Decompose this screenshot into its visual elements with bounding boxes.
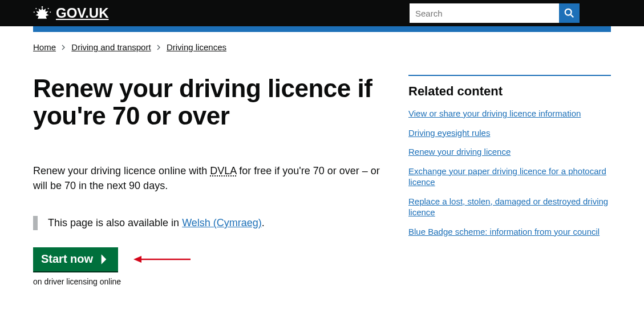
sidebar: Related content View or share your drivi… <box>408 75 611 286</box>
related-link[interactable]: Replace a lost, stolen, damaged or destr… <box>408 196 608 218</box>
related-link[interactable]: Renew your driving licence <box>408 147 511 157</box>
breadcrumb-link-driving-transport[interactable]: Driving and transport <box>71 42 151 52</box>
main-column: Renew your driving licence if you're 70 … <box>33 75 386 286</box>
breadcrumb-link-home[interactable]: Home <box>33 42 56 52</box>
start-now-button[interactable]: Start now <box>33 247 118 271</box>
related-list: View or share your driving licence infor… <box>408 108 611 237</box>
list-item: Exchange your paper driving licence for … <box>408 166 611 188</box>
breadcrumb-link-driving-licences[interactable]: Driving licences <box>167 42 226 52</box>
related-content-heading: Related content <box>408 75 611 99</box>
list-item: Driving eyesight rules <box>408 127 611 139</box>
annotation-arrow <box>133 254 191 267</box>
svg-marker-8 <box>133 256 141 263</box>
chevron-right-icon <box>96 252 111 267</box>
start-subtext: on driver licensing online <box>33 277 386 286</box>
inset-text: This page is also available in Welsh (Cy… <box>33 216 386 230</box>
start-now-label: Start now <box>41 252 93 266</box>
logo-text: GOV.UK <box>56 5 108 21</box>
list-item: Renew your driving licence <box>408 146 611 158</box>
svg-point-0 <box>42 6 43 8</box>
page-title: Renew your driving licence if you're 70 … <box>33 75 386 130</box>
related-link[interactable]: Exchange your paper driving licence for … <box>408 166 606 187</box>
svg-point-2 <box>48 8 49 9</box>
intro-paragraph: Renew your driving licence online with D… <box>33 163 386 193</box>
svg-point-3 <box>34 11 35 13</box>
svg-point-4 <box>50 11 51 13</box>
related-link[interactable]: Blue Badge scheme: information from your… <box>408 227 600 236</box>
govuk-logo-link[interactable]: GOV.UK <box>33 5 108 21</box>
chevron-right-icon <box>157 42 161 52</box>
abbr-dvla: DVLA <box>210 165 236 176</box>
svg-point-1 <box>35 8 37 9</box>
search-form <box>410 3 580 23</box>
search-button[interactable] <box>559 3 580 23</box>
list-item: Blue Badge scheme: information from your… <box>408 226 611 238</box>
site-header: GOV.UK <box>0 0 644 26</box>
svg-point-5 <box>565 9 572 15</box>
start-row: Start now <box>33 247 386 271</box>
chevron-right-icon <box>62 42 66 52</box>
related-link[interactable]: View or share your driving licence infor… <box>408 109 581 118</box>
search-icon <box>564 8 574 18</box>
inset-pre: This page is also available in <box>48 217 182 228</box>
header-blue-bar <box>33 26 611 32</box>
breadcrumb: Home Driving and transport Driving licen… <box>33 42 611 52</box>
svg-line-6 <box>571 15 574 18</box>
intro-text-pre: Renew your driving licence online with <box>33 165 210 176</box>
list-item: View or share your driving licence infor… <box>408 108 611 119</box>
welsh-link[interactable]: Welsh (Cymraeg) <box>182 217 262 228</box>
search-input[interactable] <box>410 3 559 23</box>
inset-post: . <box>262 217 265 228</box>
related-link[interactable]: Driving eyesight rules <box>408 128 490 138</box>
crown-icon <box>33 6 51 21</box>
list-item: Replace a lost, stolen, damaged or destr… <box>408 196 611 218</box>
